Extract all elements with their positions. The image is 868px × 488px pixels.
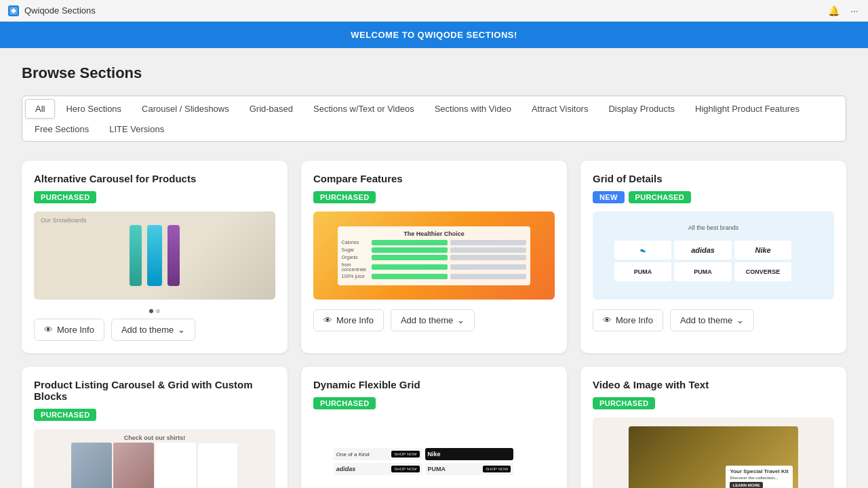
card-card1: Alternative Carousel for Products PURCHA… — [22, 161, 288, 353]
chevron-down-icon: ⌄ — [457, 315, 465, 325]
card-badges: PURCHASED — [313, 397, 555, 409]
welcome-banner: WELCOME TO QWIQODE SECTIONS! — [0, 22, 868, 48]
more-info-button[interactable]: 👁 More Info — [313, 309, 384, 331]
title-bar-right: 🔔 ··· — [827, 4, 860, 18]
eye-icon: 👁 — [603, 315, 612, 325]
badge-new: NEW — [593, 191, 625, 203]
badge-purchased: PURCHASED — [313, 191, 376, 203]
add-to-theme-button[interactable]: Add to theme ⌄ — [391, 309, 475, 331]
card-preview: The Healthier Choice Calories Sugar Orga… — [313, 211, 555, 300]
app-title: Qwiqode Sections — [24, 5, 96, 16]
title-bar: Qwiqode Sections 🔔 ··· — [0, 0, 868, 22]
filter-tab-grid[interactable]: Grid-based — [240, 99, 302, 119]
filter-tab-hero[interactable]: Hero Sections — [56, 99, 131, 119]
card-actions: 👁 More Info Add to theme ⌄ — [313, 309, 555, 331]
page-title: Browse Sections — [22, 64, 846, 82]
card-badges: PURCHASED — [313, 191, 555, 203]
filter-tab-all[interactable]: All — [25, 99, 55, 119]
filter-tab-free[interactable]: Free Sections — [25, 120, 98, 138]
card-card4: Product Listing Carousel & Grid with Cus… — [22, 367, 288, 488]
card-preview: Our Snowboards — [34, 211, 275, 300]
eye-icon: 👁 — [323, 315, 332, 325]
bell-icon[interactable]: 🔔 — [827, 4, 841, 18]
card-title: Grid of Details — [593, 173, 834, 184]
card-preview: Your Special Travel Kit Discover the col… — [593, 418, 834, 488]
card-card5: Dynamic Flexible Grid PURCHASED One of a… — [301, 367, 567, 488]
card-title: Alternative Carousel for Products — [34, 173, 275, 184]
badge-purchased: PURCHASED — [34, 409, 96, 421]
eye-icon: 👁 — [44, 325, 53, 335]
card-title: Video & Image with Text — [593, 379, 834, 390]
filter-tab-display[interactable]: Display Products — [599, 99, 684, 119]
badge-purchased: PURCHASED — [34, 191, 96, 203]
card-badges: NEWPURCHASED — [593, 191, 834, 203]
chevron-down-icon: ⌄ — [178, 325, 185, 335]
card-badges: PURCHASED — [34, 409, 275, 421]
filter-tab-highlight[interactable]: Highlight Product Features — [686, 99, 809, 119]
card-badges: PURCHASED — [34, 191, 275, 203]
ellipsis-icon[interactable]: ··· — [849, 4, 860, 18]
card-title: Product Listing Carousel & Grid with Cus… — [34, 379, 275, 402]
card-card2: Compare Features PURCHASED The Healthier… — [301, 161, 567, 353]
chevron-down-icon: ⌄ — [736, 315, 744, 325]
card-title: Compare Features — [313, 173, 555, 184]
filter-tab-lite[interactable]: LITE Versions — [100, 120, 174, 138]
title-bar-left: Qwiqode Sections — [8, 5, 96, 16]
card-actions: 👁 More Info Add to theme ⌄ — [593, 309, 834, 331]
card-card3: Grid of Details NEWPURCHASED All the bes… — [580, 161, 846, 353]
add-to-theme-button[interactable]: Add to theme ⌄ — [670, 309, 754, 331]
filter-tab-carousel[interactable]: Carousel / Slideshows — [132, 99, 239, 119]
card-badges: PURCHASED — [593, 397, 834, 409]
card-card6: Video & Image with Text PURCHASED Your S… — [580, 367, 846, 488]
card-actions: 👁 More Info Add to theme ⌄ — [34, 319, 275, 341]
badge-purchased: PURCHASED — [313, 397, 376, 409]
more-info-button[interactable]: 👁 More Info — [593, 309, 663, 331]
badge-purchased: PURCHASED — [629, 191, 691, 203]
app-icon — [8, 5, 19, 16]
add-to-theme-button[interactable]: Add to theme ⌄ — [111, 319, 195, 341]
card-preview: All the best brands 👟 adidas Nike PUMA P… — [593, 211, 834, 300]
filter-tab-attract[interactable]: Attract Visitors — [522, 99, 598, 119]
filter-tab-video[interactable]: Sections with Video — [425, 99, 521, 119]
card-preview: One of a Kind SHOP NOW Nike adidas SHOP … — [313, 418, 555, 488]
more-info-button[interactable]: 👁 More Info — [34, 319, 104, 341]
filter-tab-text-video[interactable]: Sections w/Text or Videos — [304, 99, 424, 119]
badge-purchased: PURCHASED — [593, 397, 655, 409]
card-title: Dynamic Flexible Grid — [313, 379, 555, 390]
filter-tabs: AllHero SectionsCarousel / SlideshowsGri… — [22, 96, 846, 142]
card-preview: Check out our shirts! — [34, 429, 275, 488]
main-content: Browse Sections AllHero SectionsCarousel… — [0, 48, 868, 488]
cards-grid: Alternative Carousel for Products PURCHA… — [22, 161, 846, 488]
